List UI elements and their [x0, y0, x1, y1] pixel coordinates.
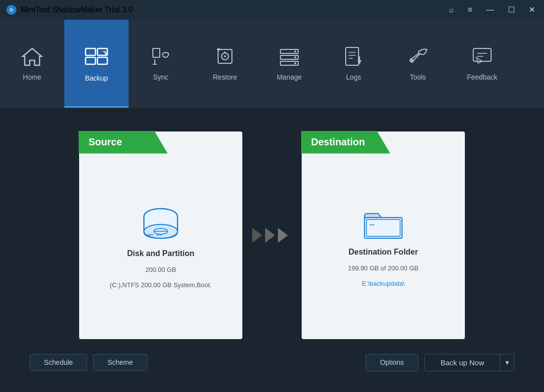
source-size: 200.00 GB — [145, 266, 176, 273]
backup-area: Source Disk and Partition 200.00 GB (C:)… — [30, 123, 514, 348]
disk-icon — [138, 207, 183, 241]
destination-size: 199.90 GB of 200.00 GB — [348, 264, 418, 272]
source-icon-area: Disk and Partition 200.00 GB (C:),NTFS 2… — [110, 207, 212, 289]
source-label: Source — [89, 136, 122, 148]
destination-label: Destination — [311, 136, 365, 148]
options-button[interactable]: Options — [365, 354, 418, 371]
bottom-left: Schedule Scheme — [30, 354, 147, 371]
nav-label-sync: Sync — [153, 73, 168, 81]
title-bar-controls: ⌕ ≡ — ☐ ✕ — [446, 5, 538, 15]
nav-item-manage[interactable]: Manage — [257, 20, 321, 108]
svg-rect-17 — [346, 47, 359, 65]
svg-rect-5 — [97, 57, 107, 64]
close-button[interactable]: ✕ — [526, 5, 538, 15]
schedule-button[interactable]: Schedule — [30, 354, 87, 371]
destination-main-label: Destination Folder — [349, 248, 418, 257]
folder-icon — [363, 208, 403, 240]
svg-point-22 — [411, 59, 413, 62]
app-logo-icon — [6, 4, 17, 15]
dropdown-arrow-icon: ▾ — [505, 358, 509, 366]
bottom-bar: Schedule Scheme Options Back up Now ▾ — [30, 348, 514, 377]
search-button[interactable]: ⌕ — [446, 5, 457, 15]
svg-point-15 — [294, 56, 296, 58]
destination-header: Destination — [301, 131, 465, 154]
nav-item-backup[interactable]: Backup — [64, 20, 129, 108]
nav-label-manage: Manage — [277, 73, 302, 81]
nav-item-restore[interactable]: Restore — [193, 20, 257, 108]
source-panel[interactable]: Source Disk and Partition 200.00 GB (C:)… — [79, 131, 242, 339]
svg-rect-30 — [156, 234, 162, 236]
svg-rect-10 — [217, 48, 220, 50]
svg-point-9 — [224, 55, 226, 57]
svg-rect-23 — [473, 48, 491, 61]
svg-point-16 — [294, 62, 296, 64]
svg-rect-29 — [147, 234, 153, 236]
sync-icon — [150, 46, 172, 69]
arrows-area — [242, 223, 302, 248]
svg-point-14 — [294, 50, 296, 52]
nav-label-logs: Logs — [346, 73, 361, 81]
nav-item-feedback[interactable]: Feedback — [450, 20, 514, 108]
nav-item-tools[interactable]: Tools — [386, 20, 450, 108]
title-bar: MiniTool ShadowMaker Trial 3.0 ⌕ ≡ — ☐ ✕ — [0, 0, 544, 20]
backup-icon — [84, 45, 109, 70]
source-header-bg: Source — [79, 131, 168, 154]
minimize-button[interactable]: — — [483, 5, 497, 15]
tools-icon — [407, 46, 429, 69]
svg-rect-32 — [366, 219, 400, 236]
svg-rect-2 — [86, 48, 95, 55]
backup-now-button[interactable]: Back up Now — [424, 354, 500, 371]
nav-label-feedback: Feedback — [467, 73, 497, 81]
nav-label-restore: Restore — [213, 73, 237, 81]
nav-label-home: Home — [23, 73, 41, 81]
source-main-label: Disk and Partition — [127, 249, 194, 258]
title-bar-left: MiniTool ShadowMaker Trial 3.0 — [6, 4, 133, 15]
nav-item-logs[interactable]: Logs — [321, 20, 386, 108]
svg-rect-6 — [153, 48, 160, 57]
destination-panel[interactable]: Destination Destination Folder 199.90 GB… — [302, 131, 465, 339]
bottom-right: Options Back up Now ▾ — [365, 354, 514, 371]
destination-icon-area: Destination Folder 199.90 GB of 200.00 G… — [348, 208, 418, 287]
backup-now-dropdown-button[interactable]: ▾ — [500, 354, 514, 371]
nav-bar: Home Backup Sync — [0, 20, 544, 108]
menu-button[interactable]: ≡ — [465, 5, 475, 15]
svg-rect-4 — [86, 57, 95, 64]
main-content: Source Disk and Partition 200.00 GB (C:)… — [0, 108, 544, 392]
logs-icon — [343, 46, 364, 69]
manage-icon — [278, 46, 300, 69]
forward-arrows-icon — [247, 223, 297, 248]
nav-label-tools: Tools — [410, 73, 426, 81]
svg-point-1 — [10, 9, 12, 11]
source-detail: (C:),NTFS 200.00 GB System,Boot. — [110, 281, 212, 289]
nav-label-backup: Backup — [85, 74, 108, 82]
nav-item-home[interactable]: Home — [0, 20, 64, 108]
destination-header-bg: Destination — [301, 131, 390, 154]
maximize-button[interactable]: ☐ — [505, 5, 518, 15]
home-icon — [21, 46, 44, 69]
destination-path: E:\backupdata\ — [362, 280, 405, 287]
scheme-button[interactable]: Scheme — [93, 354, 147, 371]
feedback-icon — [471, 46, 493, 69]
nav-item-sync[interactable]: Sync — [129, 20, 193, 108]
restore-icon — [214, 46, 236, 69]
app-title: MiniTool ShadowMaker Trial 3.0 — [21, 5, 133, 14]
source-header: Source — [79, 131, 243, 154]
